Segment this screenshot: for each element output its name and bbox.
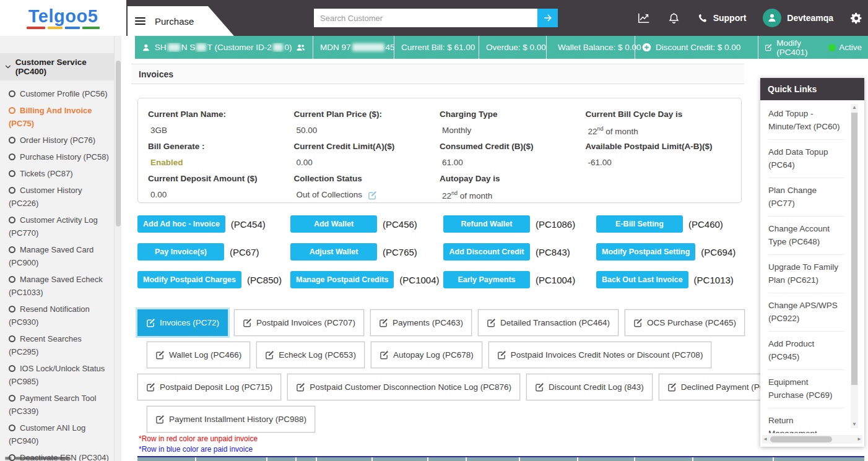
customer-group-icon[interactable] — [296, 43, 306, 53]
logo-area: Telgoo5 — [0, 0, 126, 36]
sidebar-item-customer-profile[interactable]: Customer Profile (PC56) — [9, 87, 110, 100]
radio-circle-icon — [9, 170, 15, 177]
add-wallet-button[interactable]: Add Wallet — [290, 215, 377, 233]
quick-link-equipment-purchase[interactable]: Equipment Purchase (PC69) — [768, 370, 844, 408]
action-code: (PC694) — [701, 247, 736, 257]
sidebar-item-recent-searches[interactable]: Recent Searches (PC295) — [9, 332, 110, 358]
modify-button[interactable]: Modify (PC401) — [765, 38, 824, 57]
sidebar-section-customer-service[interactable]: Customer Service (PC400) — [0, 53, 114, 80]
sidebar-item-purchase-history[interactable]: Purchase History (PC58) — [9, 150, 110, 163]
sidebar-items: Customer Profile (PC56) Billing And Invo… — [0, 80, 114, 461]
tab-discount-credit-log[interactable]: Discount Credit Log (843) — [526, 374, 653, 400]
sidebar-item-payment-search-tool[interactable]: Payment Search Tool (PC339) — [9, 392, 110, 418]
sidebar-item-order-history[interactable]: Order History (PC76) — [9, 134, 110, 147]
quick-link-plan-change[interactable]: Plan Change (PC77) — [768, 178, 844, 217]
scroll-left-arrow-icon[interactable]: ◄ — [762, 435, 768, 444]
tab-payment-installment-history[interactable]: Payment Installment History (PC988) — [147, 406, 315, 433]
back-out-last-invoice-button[interactable]: Back Out Last Invoice — [596, 271, 688, 288]
modify-postpaid-setting-button[interactable]: Modify Postpaid Setting — [596, 243, 695, 261]
refund-wallet-button[interactable]: Refund Wallet — [443, 215, 530, 233]
customer-info-bar: SHN ST (Customer ID-20) MDN 9745 Current… — [135, 36, 868, 59]
tab-payments[interactable]: Payments (PC463) — [370, 309, 472, 336]
quick-link-return-management[interactable]: Return Management (PC1025) — [768, 408, 844, 433]
add-discount-credit-button[interactable]: Add Discount Credit — [443, 243, 530, 261]
quick-links-vertical-scrollbar[interactable]: ▲ ▼ — [851, 104, 858, 428]
tab-postpaid-invoices-credit-notes[interactable]: Postpaid Invoices Credit Notes or Discou… — [488, 342, 712, 368]
action-code: (PC1086) — [536, 219, 575, 230]
tab-invoices[interactable]: Invoices (PC72) — [137, 309, 228, 336]
quick-link-upgrade-to-family-plan[interactable]: Upgrade To Family Plan (PC621) — [768, 255, 844, 293]
sidebar-item-customer-ani-log[interactable]: Customer ANI Log (PC940) — [9, 421, 110, 447]
ebill-setting-button[interactable]: E-Bill Setting — [596, 215, 683, 233]
tab-detailed-transaction[interactable]: Detailed Transaction (PC464) — [478, 309, 618, 336]
edit-icon — [487, 318, 496, 327]
pay-invoices-button[interactable]: Pay Invoice(s) — [137, 243, 224, 261]
sidebar-item-ios-lock-unlock-status[interactable]: IOS Lock/Unlock Status (PC985) — [9, 362, 110, 388]
tab-autopay-log[interactable]: Autopay Log (PC678) — [371, 342, 482, 368]
scroll-right-arrow-icon[interactable]: ► — [856, 435, 862, 444]
notifications-bell-icon[interactable] — [667, 12, 680, 25]
telgoo5-logo[interactable]: Telgoo5 — [27, 7, 100, 29]
quick-link-add-data-topup[interactable]: Add Data Topup (PC64) — [768, 140, 844, 178]
tab-postpaid-deposit-log[interactable]: Postpaid Deposit Log (PC715) — [137, 374, 281, 400]
adjust-wallet-button[interactable]: Adjust Wallet — [290, 243, 377, 261]
add-adhoc-invoice-button[interactable]: Add Ad hoc - Invoice — [137, 215, 225, 233]
info-value: 0.00 — [294, 158, 440, 167]
user-menu[interactable]: Devteamqa — [763, 9, 833, 27]
action-group: Modify Postpaid Setting (PC694) — [596, 243, 749, 261]
settings-gear-icon[interactable] — [850, 12, 863, 25]
overdue-segment: Overdue: $ 0.00 — [479, 36, 546, 59]
modify-postpaid-charges-button[interactable]: Modify Postpaid Charges — [137, 271, 241, 288]
sidebar-item-manage-saved-echeck[interactable]: Manage Saved Echeck (PC1033) — [9, 273, 110, 299]
paid-invoice-note: *Row in blue color are paid invoice — [139, 444, 258, 455]
search-submit-button[interactable] — [537, 9, 558, 27]
info-value: -61.00 — [586, 158, 732, 167]
sidebar-item-billing-and-invoice[interactable]: Billing And Invoice (PC75) — [9, 104, 110, 130]
info-cell: Current Plan Price ($): 50.00 — [294, 110, 440, 142]
sidebar-item-resend-notification[interactable]: Resend Notification (PC930) — [9, 303, 110, 329]
quick-link-change-aps-wps[interactable]: Change APS/WPS (PC922) — [768, 293, 844, 332]
sidebar-item-tickets[interactable]: Tickets (PC87) — [9, 167, 110, 180]
quick-link-add-topup-minute-text[interactable]: Add Topup - Minute/Text (PC60) — [768, 101, 844, 140]
scroll-up-arrow-icon[interactable]: ▲ — [851, 104, 858, 111]
manage-postpaid-credits-button[interactable]: Manage Postpaid Credits — [290, 271, 394, 288]
sidebar-item-customer-history[interactable]: Customer History (PC226) — [9, 184, 110, 210]
menu-tab-purchase[interactable]: Purchase — [128, 6, 234, 36]
collection-status-edit-icon[interactable] — [368, 191, 377, 200]
bill-generate-status: Enabled — [148, 158, 294, 167]
hamburger-menu-icon[interactable] — [135, 15, 145, 27]
support-button[interactable]: Support — [697, 13, 747, 24]
action-code: (PC67) — [230, 247, 259, 257]
action-code: (PC1013) — [694, 275, 734, 285]
quick-link-change-account-type[interactable]: Change Account Type (PC648) — [768, 217, 844, 255]
tab-postpaid-invoices[interactable]: Postpaid Invoices (PC707) — [234, 309, 364, 336]
info-value: Monthly — [440, 126, 586, 135]
plus-circle-icon[interactable] — [642, 43, 651, 52]
wallet-balance-segment[interactable]: Wallet Balance: $ 0.00 — [546, 36, 635, 59]
action-code: (PC765) — [383, 247, 417, 257]
sidebar-item-manage-saved-card[interactable]: Manage Saved Card (PC900) — [9, 243, 110, 269]
customer-name-segment[interactable]: SHN ST (Customer ID-20) — [135, 36, 313, 59]
discount-credit-segment[interactable]: Discount Credit: $ 0.00 — [635, 36, 758, 59]
sidebar-scrollbar-thumb[interactable] — [116, 61, 121, 226]
search-input[interactable] — [314, 9, 537, 27]
quick-links-horizontal-scrollbar[interactable]: ◄ ► — [762, 435, 862, 444]
action-group: Modify Postpaid Charges (PC850) — [137, 271, 290, 288]
scroll-down-arrow-icon[interactable]: ▼ — [851, 421, 858, 428]
info-cell-empty — [586, 174, 732, 206]
quick-links-vscroll-thumb[interactable] — [851, 113, 857, 385]
analytics-icon[interactable] — [637, 11, 651, 25]
sidebar-scrollbar[interactable] — [114, 36, 121, 461]
sidebar-item-customer-activity-log[interactable]: Customer Activity Log (PC770) — [9, 213, 110, 239]
info-label: Consumed Credit (B)($) — [440, 142, 586, 151]
edit-icon — [296, 382, 305, 392]
tab-wallet-log[interactable]: Wallet Log (PC466) — [147, 342, 250, 368]
early-payments-button[interactable]: Early Payments — [443, 271, 530, 288]
quick-link-add-product[interactable]: Add Product (PC945) — [768, 332, 844, 370]
tab-echeck-log[interactable]: Echeck Log (PC653) — [256, 342, 365, 368]
tab-row: Postpaid Deposit Log (PC715) Postpaid Cu… — [137, 374, 753, 400]
quick-links-hscroll-thumb[interactable] — [770, 436, 832, 442]
tab-ocs-purchase[interactable]: OCS Purchase (PC465) — [625, 309, 745, 336]
radio-circle-icon — [9, 153, 15, 160]
tab-postpaid-disconnection-notice-log[interactable]: Postpaid Customer Disconnection Notice L… — [287, 374, 520, 400]
